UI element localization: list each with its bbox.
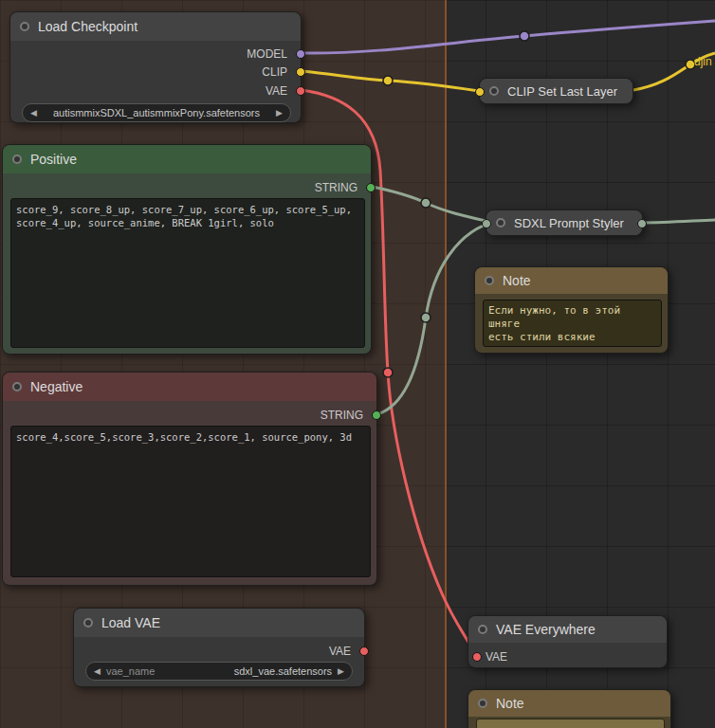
collapse-dot[interactable] xyxy=(12,155,22,164)
ckpt-name-widget[interactable]: ◀ autismmixSDXL_autismmixPony.safetensor… xyxy=(22,103,291,122)
output-slot-vae[interactable]: VAE xyxy=(329,644,364,659)
link-dot-vae xyxy=(383,368,393,377)
collapse-dot[interactable] xyxy=(20,22,29,31)
output-label-vae: VAE xyxy=(266,84,287,98)
output-slot-vae[interactable]: VAE xyxy=(266,83,301,99)
collapse-dot[interactable] xyxy=(489,86,499,96)
output-slot-model[interactable]: MODEL xyxy=(247,46,301,62)
clip-input-slot-dot[interactable] xyxy=(475,87,485,97)
node-load-vae[interactable]: Load VAE VAE ◀ vae_name sdxl_vae.safeten… xyxy=(73,608,365,687)
ckpt-name-value: autismmixSDXL_autismmixPony.safetensors xyxy=(43,107,270,118)
prev-arrow-icon[interactable]: ◀ xyxy=(94,666,101,676)
collapse-dot[interactable] xyxy=(83,618,93,628)
link-dot-clip xyxy=(383,76,393,85)
node-title-bar: VAE Everywhere xyxy=(468,616,667,643)
model-slot-dot[interactable] xyxy=(296,49,305,59)
graph-canvas[interactable]: Load Checkpoint MODEL CLIP VAE ◀ autismm… xyxy=(0,0,715,728)
output-slot-string[interactable]: STRING xyxy=(315,180,371,195)
collapse-dot[interactable] xyxy=(496,218,505,228)
widget-name: vae_name xyxy=(106,665,155,677)
note-textarea[interactable] xyxy=(476,719,665,728)
input-slot-vae[interactable]: VAE xyxy=(468,649,507,664)
negative-prompt-textarea[interactable]: score_4,score_5,score_3,score_2,score_1,… xyxy=(10,426,371,577)
node-title-bar: CLIP Set Last Layer xyxy=(480,79,632,103)
node-negative-prompt[interactable]: Negative STRING score_4,score_5,score_3,… xyxy=(2,372,377,586)
text-input-slot-dot[interactable] xyxy=(482,219,491,228)
output-label-string: STRING xyxy=(321,409,363,422)
output-label-clip: CLIP xyxy=(262,65,287,79)
node-title: Load VAE xyxy=(101,615,160,630)
collapse-dot[interactable] xyxy=(485,276,494,285)
node-note-styles[interactable]: Note Если нужно, то в этой шняге есть ст… xyxy=(474,266,669,354)
clip-slot-dot[interactable] xyxy=(296,67,305,77)
output-slot-string[interactable]: STRING xyxy=(321,408,376,423)
next-arrow-icon[interactable]: ▶ xyxy=(276,108,283,118)
node-title-bar: Note xyxy=(475,267,668,294)
offscreen-node-label: djin xyxy=(694,55,712,68)
link-dot-positive xyxy=(421,198,431,208)
node-title-bar: Note xyxy=(468,690,670,717)
prev-arrow-icon[interactable]: ◀ xyxy=(30,108,37,118)
node-vae-everywhere[interactable]: VAE Everywhere VAE xyxy=(468,615,668,668)
node-title: CLIP Set Last Layer xyxy=(507,84,617,99)
note-textarea[interactable]: Если нужно, то в этой шняге есть стили в… xyxy=(483,300,662,347)
wire-model xyxy=(302,21,715,53)
node-title: Note xyxy=(496,696,524,711)
collapse-dot[interactable] xyxy=(478,625,487,634)
node-title: SDXL Prompt Styler xyxy=(514,216,624,230)
wire-negative-string xyxy=(377,225,486,414)
vae-slot-dot[interactable] xyxy=(359,646,369,656)
string-slot-dot[interactable] xyxy=(372,410,381,420)
node-title-bar: Positive xyxy=(3,145,371,173)
output-label-model: MODEL xyxy=(247,47,287,61)
node-sdxl-prompt-styler[interactable]: SDXL Prompt Styler xyxy=(486,209,643,236)
node-title-bar: Load VAE xyxy=(74,609,364,637)
collapse-dot[interactable] xyxy=(12,382,22,391)
node-title: Note xyxy=(503,273,531,288)
output-label-vae: VAE xyxy=(329,645,351,658)
vae-name-widget[interactable]: ◀ vae_name sdxl_vae.safetensors ▶ xyxy=(85,662,353,681)
vae-name-value: sdxl_vae.safetensors xyxy=(160,665,332,677)
node-title-bar: Negative xyxy=(3,373,376,401)
node-title: VAE Everywhere xyxy=(496,622,596,637)
node-title: Load Checkpoint xyxy=(38,19,138,34)
string-slot-dot[interactable] xyxy=(366,183,376,192)
node-load-checkpoint[interactable]: Load Checkpoint MODEL CLIP VAE ◀ autismm… xyxy=(9,11,302,123)
wire-styler-out xyxy=(643,220,715,223)
positive-prompt-textarea[interactable]: score_9, score_8_up, score_7_up, score_6… xyxy=(10,198,365,348)
node-positive-prompt[interactable]: Positive STRING score_9, score_8_up, sco… xyxy=(2,144,372,355)
output-slot-clip[interactable]: CLIP xyxy=(262,64,301,80)
vae-slot-dot[interactable] xyxy=(296,86,305,96)
link-dot-negative xyxy=(421,313,431,322)
node-clip-set-last-layer[interactable]: CLIP Set Last Layer xyxy=(479,78,633,104)
link-dot-model xyxy=(520,31,529,41)
vae-input-slot-dot[interactable] xyxy=(472,652,482,662)
collapse-dot[interactable] xyxy=(478,699,487,708)
styled-output-slot-dot[interactable] xyxy=(637,219,647,228)
node-title: Negative xyxy=(30,379,82,394)
input-label-vae: VAE xyxy=(486,650,507,664)
next-arrow-icon[interactable]: ▶ xyxy=(338,666,344,676)
node-title-bar: Load Checkpoint xyxy=(10,12,301,41)
node-note-bottom[interactable]: Note xyxy=(468,689,671,728)
output-label-string: STRING xyxy=(315,181,358,194)
node-title-bar: SDXL Prompt Styler xyxy=(486,210,642,235)
node-title: Positive xyxy=(30,152,77,167)
